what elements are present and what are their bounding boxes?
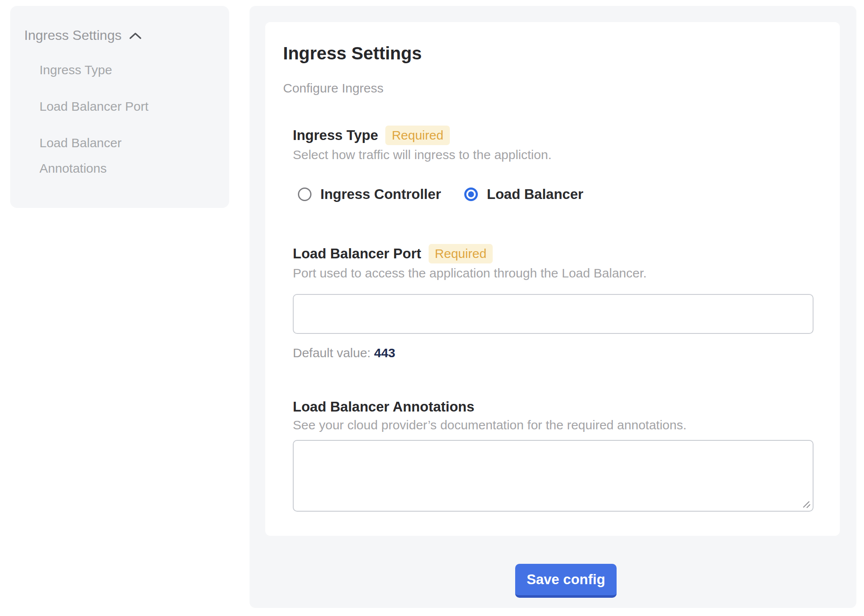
sidebar-section-title: Ingress Settings xyxy=(24,27,121,44)
save-config-button[interactable]: Save config xyxy=(515,564,617,598)
load-balancer-annotations-label: Load Balancer Annotations xyxy=(293,398,474,416)
ingress-type-label: Ingress Type xyxy=(293,126,378,145)
load-balancer-port-heading-row: Load Balancer Port Required xyxy=(293,244,814,263)
sidebar-item-list: Ingress Type Load Balancer Port Load Bal… xyxy=(39,57,171,181)
load-balancer-annotations-field xyxy=(293,440,814,512)
load-balancer-port-label: Load Balancer Port xyxy=(293,244,421,263)
settings-panel: Ingress Settings Configure Ingress Ingre… xyxy=(250,6,856,608)
load-balancer-annotations-textarea[interactable] xyxy=(293,440,814,512)
radio-checked-icon[interactable] xyxy=(464,188,478,201)
sidebar-item-load-balancer-port[interactable]: Load Balancer Port xyxy=(39,94,171,119)
sidebar-item-ingress-type[interactable]: Ingress Type xyxy=(39,57,171,83)
required-badge: Required xyxy=(429,244,493,263)
sidebar-item-load-balancer-annotations[interactable]: Load Balancer Annotations xyxy=(39,130,171,181)
page-title: Ingress Settings xyxy=(283,44,814,63)
load-balancer-port-input[interactable] xyxy=(293,294,814,334)
radio-unchecked-icon[interactable] xyxy=(298,188,311,201)
default-value-label: Default value: xyxy=(293,346,370,360)
ingress-type-heading-row: Ingress Type Required xyxy=(293,126,814,145)
radio-option-load-balancer[interactable]: Load Balancer xyxy=(464,186,583,202)
ingress-settings-card: Ingress Settings Configure Ingress Ingre… xyxy=(265,22,840,536)
radio-option-ingress-controller[interactable]: Ingress Controller xyxy=(298,186,441,202)
default-value-number: 443 xyxy=(374,346,395,360)
radio-label-ingress-controller: Ingress Controller xyxy=(320,186,441,202)
load-balancer-annotations-description: See your cloud provider’s documentation … xyxy=(293,417,814,434)
required-badge: Required xyxy=(385,126,450,145)
ingress-type-description: Select how traffic will ingress to the a… xyxy=(293,146,814,163)
page-subtitle: Configure Ingress xyxy=(283,80,814,97)
sidebar-section-toggle[interactable]: Ingress Settings xyxy=(24,27,229,44)
radio-label-load-balancer: Load Balancer xyxy=(487,186,583,202)
settings-sidebar: Ingress Settings Ingress Type Load Balan… xyxy=(10,6,229,208)
chevron-up-icon xyxy=(128,31,143,41)
ingress-type-radio-group: Ingress Controller Load Balancer xyxy=(298,186,814,202)
load-balancer-port-description: Port used to access the application thro… xyxy=(293,265,814,282)
default-value-line: Default value:443 xyxy=(293,344,814,361)
settings-sections: Ingress Type Required Select how traffic… xyxy=(293,126,814,512)
load-balancer-annotations-heading-row: Load Balancer Annotations xyxy=(293,398,814,416)
